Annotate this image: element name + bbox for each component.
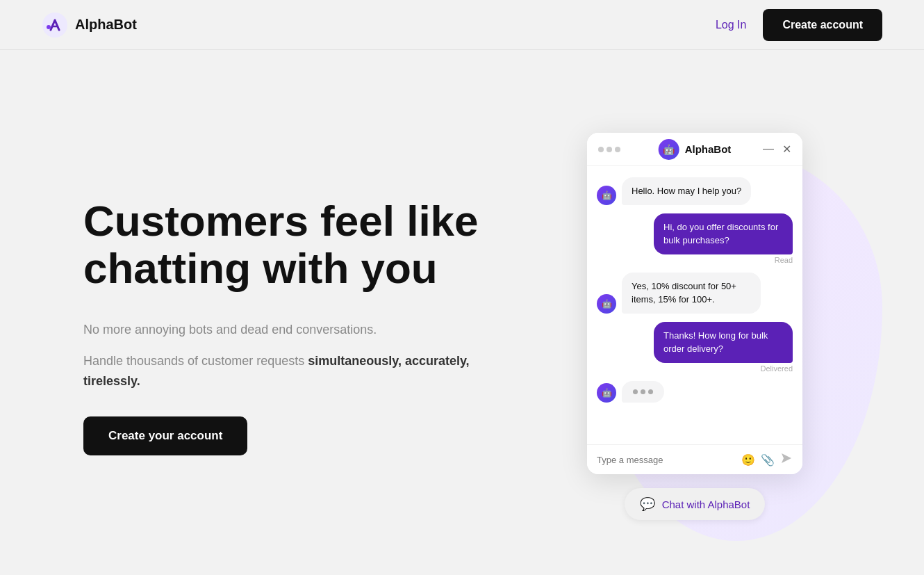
send-button[interactable] xyxy=(780,452,793,467)
emoji-icon[interactable]: 🙂 xyxy=(741,453,755,467)
typing-dot-2 xyxy=(641,389,645,394)
chat-header-center: 🤖 AlphaBot xyxy=(659,139,732,160)
main-content: Customers feel like chatting with you No… xyxy=(0,50,924,575)
chat-window-dots xyxy=(598,147,620,152)
logo: AlphaBot xyxy=(42,12,137,38)
chat-body: 🤖 Hello. How may I help you? Hi, do you … xyxy=(587,166,802,444)
hero-subtitle: No more annoying bots and dead end conve… xyxy=(83,320,486,340)
chat-window: 🤖 AlphaBot — ✕ 🤖 Hello. How may I help y… xyxy=(587,133,802,474)
typing-dot-3 xyxy=(648,389,653,394)
typing-indicator xyxy=(622,381,664,403)
message-row: 🤖 Yes, 10% discount for 50+ items, 15% f… xyxy=(597,273,793,314)
chat-bot-name: AlphaBot xyxy=(685,143,732,155)
chat-input-icons: 🙂 📎 xyxy=(741,452,793,467)
message-meta: Read xyxy=(775,256,793,264)
login-link[interactable]: Log In xyxy=(716,19,746,31)
bot-message-bubble: Yes, 10% discount for 50+ items, 15% for… xyxy=(622,273,761,314)
chat-badge-label: Chat with AlphaBot xyxy=(662,499,750,510)
chat-input-row: 🙂 📎 xyxy=(587,444,802,474)
hero-section: Customers feel like chatting with you No… xyxy=(83,197,486,455)
chat-bot-avatar: 🤖 xyxy=(659,139,679,160)
bot-avatar-icon: 🤖 xyxy=(597,294,616,314)
hero-feature-text: Handle thousands of customer requests si… xyxy=(83,351,486,391)
minimize-button[interactable]: — xyxy=(763,143,774,156)
dot-1 xyxy=(598,147,604,152)
nav-create-account-button[interactable]: Create account xyxy=(763,9,882,41)
navbar: AlphaBot Log In Create account xyxy=(0,0,924,50)
chat-badge-icon: 💬 xyxy=(640,496,655,512)
message-meta: Delivered xyxy=(761,364,793,373)
chat-message-input[interactable] xyxy=(597,455,736,465)
chat-header-controls: — ✕ xyxy=(763,143,791,156)
user-message-bubble: Thanks! How long for bulk order delivery… xyxy=(654,322,793,363)
attachment-icon[interactable]: 📎 xyxy=(761,453,775,467)
alphabot-logo-icon xyxy=(42,12,68,38)
dot-3 xyxy=(615,147,620,152)
nav-actions: Log In Create account xyxy=(716,9,882,41)
logo-text: AlphaBot xyxy=(75,17,137,33)
bot-message-bubble: Hello. How may I help you? xyxy=(622,177,751,205)
bot-avatar-icon: 🤖 xyxy=(597,383,616,403)
message-row: Thanks! How long for bulk order delivery… xyxy=(597,322,793,373)
chat-demo-section: 🤖 AlphaBot — ✕ 🤖 Hello. How may I help y… xyxy=(528,133,861,520)
message-row: 🤖 xyxy=(597,381,793,403)
bot-avatar-icon: 🤖 xyxy=(597,186,616,205)
close-button[interactable]: ✕ xyxy=(782,143,791,156)
svg-point-0 xyxy=(42,13,67,38)
chat-header: 🤖 AlphaBot — ✕ xyxy=(587,133,802,166)
user-message-bubble: Hi, do you offer discounts for bulk purc… xyxy=(654,213,793,254)
typing-dot-1 xyxy=(633,389,638,394)
message-row: Hi, do you offer discounts for bulk purc… xyxy=(597,213,793,264)
hero-title: Customers feel like chatting with you xyxy=(83,197,486,292)
chat-with-alphabot-badge[interactable]: 💬 Chat with AlphaBot xyxy=(625,488,766,520)
svg-point-1 xyxy=(47,25,51,29)
hero-create-account-button[interactable]: Create your account xyxy=(83,416,247,455)
message-row: 🤖 Hello. How may I help you? xyxy=(597,177,793,205)
dot-2 xyxy=(607,147,612,152)
